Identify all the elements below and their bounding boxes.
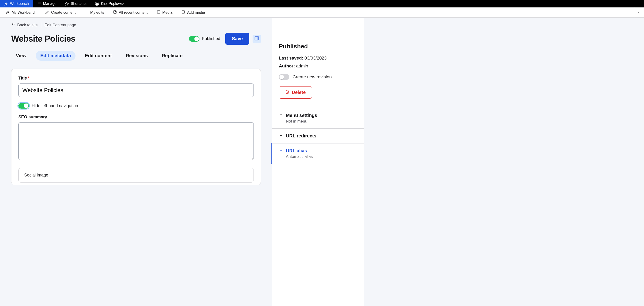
menu-settings-sub: Not in menu [286,119,358,124]
topbar-shortcuts[interactable]: Shortcuts [60,0,91,7]
author-label: Author: [279,63,295,68]
hide-nav-label: Hide left-hand navigation [32,104,78,108]
url-alias-sub: Automatic alias [286,154,358,159]
sec-all-recent-label: All recent content [119,10,148,15]
list-icon [84,10,88,15]
sec-all-recent[interactable]: All recent content [108,7,152,17]
topbar-user-label: Kira Poplowski [101,2,125,6]
sec-my-workbench[interactable]: My Workbench [2,7,41,17]
breadcrumb: Back to site Edit Content page [11,22,261,28]
sec-my-edits[interactable]: My edits [80,7,108,17]
pencil-icon [45,10,49,15]
title-label: Title [18,76,27,81]
content-tabs: View Edit metadata Edit content Revision… [11,51,261,61]
sec-my-workbench-label: My Workbench [12,10,36,15]
sec-collapse-button[interactable] [635,7,644,17]
sec-add-media-label: Add media [187,10,205,15]
social-image-label: Social image [24,173,48,177]
page-title: Website Policies [11,34,75,44]
tab-revisions[interactable]: Revisions [121,51,152,61]
sec-add-media[interactable]: Add media [177,7,210,17]
wrench-icon [4,2,8,6]
chevron-down-icon [279,133,283,139]
breadcrumb-current: Edit Content page [44,23,76,27]
star-icon [65,2,69,6]
sec-my-edits-label: My edits [90,10,104,15]
url-redirects-label: URL redirects [286,133,316,139]
seo-summary-label: SEO summary [18,115,47,120]
trash-icon [285,90,290,95]
delete-label: Delete [292,90,306,95]
svg-rect-3 [157,11,160,13]
square-icon [156,10,160,15]
social-image-section: Social image [18,168,254,182]
sec-create-content-label: Create content [51,10,76,15]
back-label: Back to site [17,23,38,27]
sidebar-panel-icon [254,36,259,42]
arrow-left-icon [638,10,642,15]
chevron-down-icon [279,113,283,118]
svg-point-2 [96,2,98,4]
last-saved-value: 03/03/2023 [304,56,327,60]
tab-edit-metadata[interactable]: Edit metadata [36,51,76,61]
chevron-up-icon [279,148,283,153]
accordion-url-alias[interactable]: URL alias Automatic alias [272,143,364,164]
hide-nav-toggle[interactable] [18,103,29,109]
author-line: Author: admin [279,63,358,69]
document-icon [113,10,117,15]
accordion-menu-settings[interactable]: Menu settings Not in menu [272,108,364,128]
sec-media-label: Media [162,10,173,15]
create-revision-toggle[interactable] [279,74,290,80]
toggle-sidebar-button[interactable] [252,35,261,43]
tab-view[interactable]: View [11,51,31,61]
required-indicator: * [28,76,30,81]
back-to-site-link[interactable]: Back to site [11,22,38,28]
topbar-manage[interactable]: Manage [33,0,61,7]
author-value: admin [296,63,308,68]
published-toggle[interactable] [189,36,200,42]
published-label: Published [202,36,220,41]
svg-rect-4 [182,11,184,13]
url-alias-label: URL alias [286,148,307,153]
save-button[interactable]: Save [225,33,249,45]
seo-summary-textarea[interactable] [18,122,254,160]
tab-edit-content[interactable]: Edit content [80,51,116,61]
user-icon [95,2,99,6]
breadcrumb-separator [41,22,41,28]
square-plus-icon [181,10,185,15]
topbar-manage-label: Manage [43,2,56,6]
sec-media[interactable]: Media [152,7,177,17]
last-saved-line: Last saved: 03/03/2023 [279,56,358,61]
tab-replicate[interactable]: Replicate [157,51,187,61]
delete-button[interactable]: Delete [279,86,312,99]
menu-icon [37,2,41,6]
wrench-icon [6,10,10,15]
create-revision-label: Create new revision [293,74,332,80]
back-arrow-icon [11,22,16,28]
metadata-form-card: Title * Hide left-hand navigation SEO su… [11,69,261,185]
topbar-shortcuts-label: Shortcuts [70,2,86,6]
menu-settings-label: Menu settings [286,113,317,118]
sec-create-content[interactable]: Create content [41,7,80,17]
topbar-workbench-label: Workbench [10,2,29,6]
side-status-heading: Published [279,43,358,50]
topbar-user[interactable]: Kira Poplowski [91,0,130,7]
last-saved-label: Last saved: [279,56,303,60]
svg-marker-0 [65,2,68,5]
topbar-workbench[interactable]: Workbench [0,0,33,7]
title-input[interactable] [18,83,254,97]
accordion-url-redirects[interactable]: URL redirects [272,128,364,143]
